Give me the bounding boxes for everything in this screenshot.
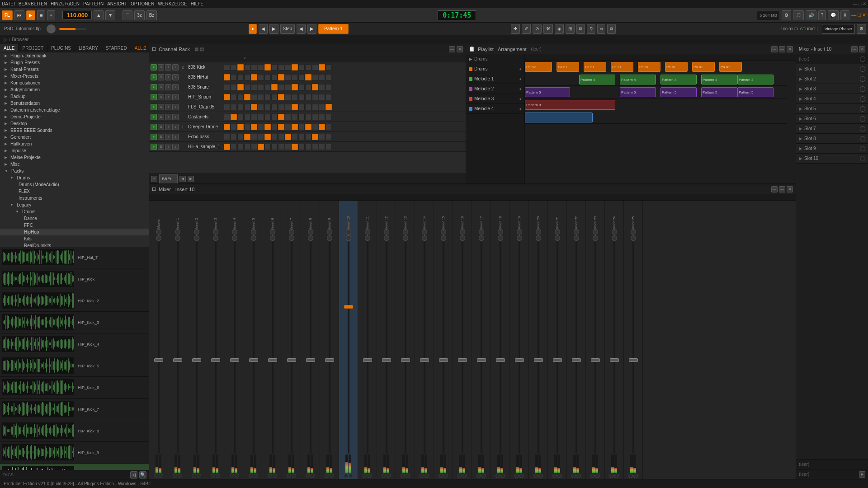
ch-pan-knob-3[interactable] (213, 235, 218, 241)
pad-6-3[interactable] (244, 124, 250, 130)
mixer-min[interactable]: — (779, 186, 785, 192)
snap-value[interactable]: 3z (134, 10, 145, 20)
pad-0-7[interactable] (271, 64, 278, 70)
tree-item[interactable]: HipHop (0, 229, 149, 235)
pad-2-8[interactable] (278, 84, 284, 90)
tree-item[interactable]: ▶ Desktop (0, 120, 149, 127)
melodie1-block[interactable]: Pattern 4 (737, 75, 774, 84)
pad-3-9[interactable] (285, 94, 291, 100)
pad-0-8[interactable] (278, 64, 284, 70)
ch-dot-13[interactable] (401, 474, 405, 478)
ch-dot2-6[interactable] (273, 474, 277, 478)
slot-circle-7[interactable] (860, 126, 865, 131)
ch-send-knob-7[interactable] (289, 229, 294, 235)
pad-3-10[interactable] (292, 94, 298, 100)
ch-up-8[interactable]: ↑ (165, 144, 171, 150)
ch-mute-1[interactable]: ● (151, 74, 157, 80)
tree-item[interactable]: ▶ Meine Projekte (0, 154, 149, 161)
ch-solo-8[interactable]: S (158, 144, 164, 150)
pad-5-15[interactable] (326, 114, 332, 120)
mixer-channel-strip[interactable]: Insert 20 (529, 201, 548, 479)
pad-7-6[interactable] (264, 134, 271, 140)
pad-1-0[interactable] (224, 74, 230, 80)
mixer-channel-strip[interactable]: Insert 10 (339, 201, 358, 479)
pad-6-4[interactable] (251, 124, 257, 130)
ch-send-knob-6[interactable] (270, 229, 275, 235)
tree-item[interactable]: ▶ Misc (0, 161, 149, 168)
pad-3-2[interactable] (237, 94, 244, 100)
pad-6-0[interactable] (224, 124, 230, 130)
ch-up-0[interactable]: ↑ (165, 64, 171, 70)
ch-dot2-2[interactable] (197, 474, 201, 478)
pad-8-3[interactable] (244, 144, 250, 150)
ch-dot-5[interactable] (249, 474, 253, 478)
pad-1-14[interactable] (319, 74, 325, 80)
tool1[interactable]: ✚ (511, 24, 520, 34)
play-button[interactable]: ▶ (26, 10, 35, 20)
pad-8-0[interactable] (224, 144, 230, 150)
ch-dot2-4[interactable] (235, 474, 239, 478)
drums-block[interactable]: Pa n2 (525, 62, 552, 72)
ch-send-knob-10[interactable] (346, 229, 351, 235)
ch-pan-knob-4[interactable] (232, 235, 237, 241)
pattern-track-item[interactable]: Melodie 2 ● (466, 84, 524, 94)
ch-dot-24[interactable] (609, 474, 614, 478)
tab-all2[interactable]: ALL:2 (131, 44, 151, 52)
ch-send-knob-14[interactable] (422, 229, 427, 235)
pad-4-0[interactable] (224, 104, 230, 110)
pad-6-12[interactable] (305, 124, 311, 130)
tree-item[interactable]: ▶ Demo-Projekte (0, 113, 149, 120)
slot-item-2[interactable]: ▶ Slot 2 (796, 74, 868, 84)
tool7[interactable]: ⧉ (576, 24, 585, 34)
pad-3-14[interactable] (319, 94, 325, 100)
slot-item-8[interactable]: ▶ Slot 8 (796, 134, 868, 144)
pad-1-5[interactable] (258, 74, 264, 80)
ch-send-knob-24[interactable] (612, 229, 617, 235)
ch-send-knob-25[interactable] (631, 229, 636, 235)
ch-pan-knob-13[interactable] (403, 235, 408, 241)
ch-pan-knob-5[interactable] (251, 235, 256, 241)
pad-4-5[interactable] (258, 104, 264, 110)
pad-5-2[interactable] (237, 114, 244, 120)
audio-button[interactable]: 🔊 (806, 10, 816, 20)
fader-handle-10[interactable] (344, 305, 353, 309)
pad-2-7[interactable] (271, 84, 278, 90)
ch-pan-knob-19[interactable] (517, 235, 522, 241)
waveform-item[interactable]: HIP_Kick_8 (0, 420, 149, 442)
ch-dot2-12[interactable] (387, 474, 391, 478)
pad-7-2[interactable] (237, 134, 244, 140)
melodie1-block[interactable]: Pattern 4 (579, 75, 615, 84)
pad-4-6[interactable] (264, 104, 271, 110)
mixer-channel-strip[interactable]: Insert 8 (301, 201, 320, 479)
tree-item[interactable]: ▶ Aufgenommen (0, 86, 149, 93)
pad-5-14[interactable] (319, 114, 325, 120)
ch-solo-0[interactable]: S (158, 64, 164, 70)
pad-2-3[interactable] (244, 84, 250, 90)
pad-6-1[interactable] (231, 124, 237, 130)
fader-handle-3[interactable] (211, 358, 220, 362)
tool9[interactable]: ⧈ (597, 24, 605, 34)
ch-dot-20[interactable] (533, 474, 538, 478)
fader-handle-13[interactable] (401, 358, 410, 362)
fader-handle-19[interactable] (515, 358, 524, 362)
ch-send-knob-16[interactable] (460, 229, 465, 235)
mixer-channel-strip[interactable]: Insert 2 (187, 201, 206, 479)
menu-item-pattern[interactable]: PATTERN (83, 1, 104, 6)
ch-down-6[interactable]: ↓ (172, 124, 179, 130)
pad-3-5[interactable] (258, 94, 264, 100)
pad-7-14[interactable] (319, 134, 325, 140)
drums-block[interactable]: Pa n1 (584, 62, 606, 72)
ch-solo-5[interactable]: S (158, 114, 164, 120)
tool8[interactable]: ⚲ (587, 24, 595, 34)
ch-up-7[interactable]: ↑ (165, 134, 171, 140)
ch-down-2[interactable]: ↓ (172, 84, 179, 90)
pad-4-3[interactable] (244, 104, 250, 110)
tab-starred[interactable]: STARRED (102, 44, 131, 52)
pad-8-1[interactable] (231, 144, 237, 150)
ch-solo-6[interactable]: S (158, 124, 164, 130)
pad-2-5[interactable] (258, 84, 264, 90)
fader-handle-12[interactable] (382, 358, 391, 362)
ch-dot-21[interactable] (552, 474, 557, 478)
ch-dot-7[interactable] (287, 474, 291, 478)
melodie1-block[interactable]: Pattern 4 (701, 75, 737, 84)
